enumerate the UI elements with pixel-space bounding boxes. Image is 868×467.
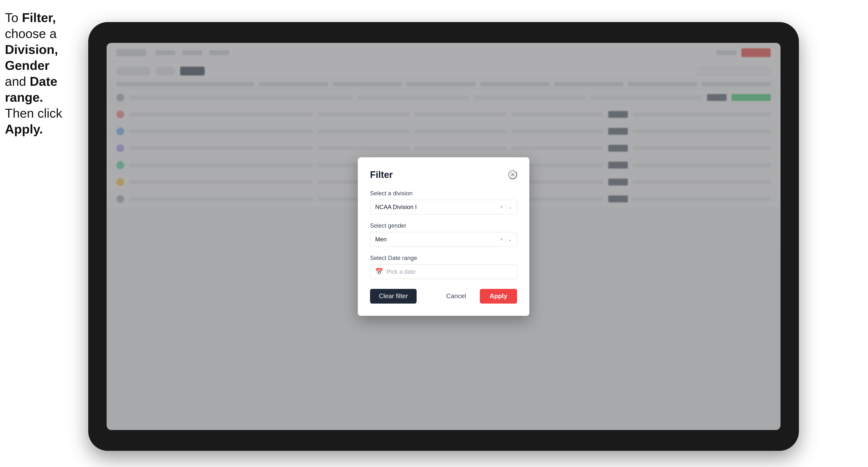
calendar-icon: 📅 (375, 268, 383, 275)
date-placeholder: Pick a date (386, 268, 415, 275)
bold-filter: Filter, (22, 10, 56, 25)
modal-close-button[interactable]: × (508, 170, 517, 179)
modal-footer: Clear filter Cancel Apply (370, 289, 517, 304)
select-divider (505, 204, 506, 210)
date-form-group: Select Date range 📅 Pick a date (370, 255, 517, 279)
cancel-button[interactable]: Cancel (437, 289, 475, 304)
tablet-frame: Filter × Select a division NCAA Division… (88, 22, 799, 451)
date-input[interactable]: 📅 Pick a date (370, 264, 517, 279)
apply-button[interactable]: Apply (480, 289, 517, 304)
bold-division-gender: Division, Gender (5, 42, 58, 72)
bold-date-range: Date range. (5, 74, 57, 104)
instruction-text: To Filter, choose a Division, Gender and… (5, 10, 83, 137)
modal-overlay: Filter × Select a division NCAA Division… (106, 43, 780, 430)
division-select[interactable]: NCAA Division I × ⌄ (370, 200, 517, 214)
division-selected-value: NCAA Division I (375, 204, 416, 211)
filter-modal: Filter × Select a division NCAA Division… (358, 157, 529, 316)
gender-label: Select gender (370, 222, 517, 229)
division-form-group: Select a division NCAA Division I × ⌄ (370, 190, 517, 214)
gender-selected-value: Men (375, 236, 387, 243)
select-controls: × ⌄ (500, 204, 512, 210)
gender-select[interactable]: Men × ⌄ (370, 232, 517, 247)
division-clear-icon[interactable]: × (500, 204, 503, 210)
gender-select-controls: × ⌄ (500, 236, 512, 243)
gender-divider (505, 237, 506, 242)
modal-header: Filter × (370, 169, 517, 180)
gender-form-group: Select gender Men × ⌄ (370, 222, 517, 247)
clear-filter-button[interactable]: Clear filter (370, 289, 416, 304)
modal-title: Filter (370, 169, 393, 180)
gender-chevron-icon: ⌄ (508, 237, 512, 242)
division-chevron-icon: ⌄ (508, 204, 512, 210)
gender-clear-icon[interactable]: × (500, 236, 503, 243)
modal-footer-right: Cancel Apply (437, 289, 517, 304)
tablet-screen: Filter × Select a division NCAA Division… (106, 43, 780, 430)
division-label: Select a division (370, 190, 517, 197)
date-label: Select Date range (370, 255, 517, 261)
bold-apply: Apply. (5, 122, 43, 136)
